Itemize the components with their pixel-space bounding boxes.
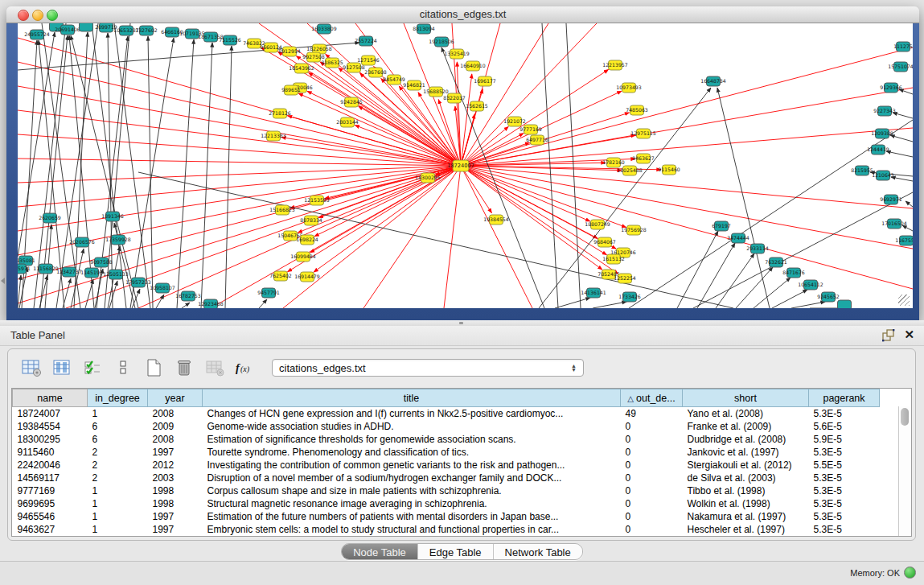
table-cell[interactable]: 5.5E-5 <box>809 459 880 472</box>
table-cell[interactable]: 1 <box>88 484 148 497</box>
table-cell[interactable]: Tourette syndrome. Phenomenology and cla… <box>203 446 621 459</box>
table-cell[interactable]: 0 <box>621 459 683 472</box>
table-row[interactable]: 969969511998Structural magnetic resonanc… <box>13 497 880 510</box>
table-cell[interactable]: Investigating the contribution of common… <box>203 459 621 472</box>
table-cell[interactable]: Dudbridge et al. (2008) <box>683 433 809 446</box>
table-cell[interactable]: 1 <box>88 497 148 510</box>
table-cell[interactable]: 2008 <box>148 433 203 446</box>
table-cell[interactable]: Changes of HCN gene expression and I(f) … <box>203 407 621 421</box>
function-builder-icon[interactable]: f(x) <box>233 356 257 379</box>
import-table-icon[interactable] <box>203 356 227 379</box>
teal-node[interactable] <box>838 300 852 308</box>
table-cell[interactable]: 1 <box>88 510 148 523</box>
table-cell[interactable]: Yano et al. (2008) <box>683 407 809 421</box>
table-row[interactable]: 2242004622012Investigating the contribut… <box>13 459 880 472</box>
row-select-icon[interactable] <box>80 356 105 379</box>
teal-node[interactable] <box>80 23 93 31</box>
table-cell[interactable]: 9777169 <box>13 484 88 497</box>
table-cell[interactable]: 0 <box>621 484 683 497</box>
table-cell[interactable]: 9463627 <box>13 523 88 536</box>
panel-collapse-arrow[interactable] <box>1 278 5 284</box>
table-cell[interactable]: 1 <box>88 523 148 536</box>
scrollbar-thumb[interactable] <box>901 408 909 426</box>
table-cell[interactable]: 0 <box>621 497 683 510</box>
table-cell[interactable]: 5.3E-5 <box>809 510 880 523</box>
table-cell[interactable]: 2 <box>88 472 148 484</box>
column-header-pagerank[interactable]: pagerank <box>809 389 880 407</box>
table-cell[interactable]: 5.6E-5 <box>809 420 880 433</box>
table-cell[interactable]: 5.3E-5 <box>809 523 880 536</box>
table-cell[interactable]: Nakamura et al. (1997) <box>683 510 809 523</box>
table-cell[interactable]: Embryonic stem cells: a model to study s… <box>203 523 621 536</box>
table-selector-dropdown[interactable]: citations_edges.txt▲▼ <box>272 359 584 377</box>
table-cell[interactable]: 0 <box>621 446 683 459</box>
table-cell[interactable]: 5.9E-5 <box>809 433 880 446</box>
network-graph[interactable]: 2495572420691406209971910653287132760264… <box>18 23 913 308</box>
table-row[interactable]: 1830029562008Estimation of significance … <box>13 433 880 446</box>
table-cell[interactable]: 0 <box>621 472 683 484</box>
table-cell[interactable]: 0 <box>621 523 683 536</box>
table-settings-icon[interactable] <box>19 356 43 379</box>
tab-network-table[interactable]: Network Table <box>493 544 582 559</box>
close-panel-icon[interactable]: ✕ <box>904 328 914 342</box>
table-cell[interactable]: 6 <box>88 420 148 433</box>
table-cell[interactable]: 14569117 <box>13 472 88 484</box>
table-cell[interactable]: 6 <box>88 433 148 446</box>
table-row[interactable]: 1456911722003Disruption of a novel membe… <box>13 472 880 484</box>
table-cell[interactable]: Disruption of a novel member of a sodium… <box>203 472 621 484</box>
table-cell[interactable]: 5.3E-5 <box>809 446 880 459</box>
column-header-name[interactable]: name <box>13 389 88 407</box>
node-table[interactable]: namein_degreeyeartitle△out_de...shortpag… <box>12 389 880 536</box>
table-cell[interactable]: 0 <box>621 433 683 446</box>
memory-status-indicator[interactable] <box>904 566 916 579</box>
table-row[interactable]: 946362711997Embryonic stem cells: a mode… <box>13 523 880 536</box>
table-cell[interactable]: Genome-wide association studies in ADHD. <box>203 420 621 433</box>
table-cell[interactable]: 19384554 <box>13 420 88 433</box>
table-cell[interactable]: 0 <box>621 420 683 433</box>
table-cell[interactable]: 2009 <box>148 420 203 433</box>
table-cell[interactable]: 2012 <box>148 459 203 472</box>
column-header-in_degree[interactable]: in_degree <box>88 389 148 407</box>
table-row[interactable]: 1872400712008Changes of HCN gene express… <box>13 407 880 421</box>
table-row[interactable]: 946554611997Estimation of the future num… <box>13 510 880 523</box>
table-cell[interactable]: Corpus callosum shape and size in male p… <box>203 484 621 497</box>
table-cell[interactable]: Hescheler et al. (1997) <box>683 523 809 536</box>
row-height-icon[interactable] <box>111 356 135 379</box>
table-cell[interactable]: 5.3E-5 <box>809 497 880 510</box>
table-cell[interactable]: 1998 <box>148 484 203 497</box>
table-cell[interactable]: 9115460 <box>13 446 88 459</box>
tab-node-table[interactable]: Node Table <box>342 544 417 559</box>
table-cell[interactable]: Tibbo et al. (1998) <box>683 484 809 497</box>
table-cell[interactable]: Stergiakouli et al. (2012) <box>683 459 809 472</box>
table-cell[interactable]: 1997 <box>148 523 203 536</box>
table-cell[interactable]: 22420046 <box>13 459 88 472</box>
table-cell[interactable]: 1997 <box>148 446 203 459</box>
table-cell[interactable]: de Silva et al. (2003) <box>683 472 809 484</box>
table-cell[interactable]: 18300295 <box>13 433 88 446</box>
table-cell[interactable]: 2 <box>88 446 148 459</box>
table-cell[interactable]: Estimation of significance thresholds fo… <box>203 433 621 446</box>
resize-grip[interactable] <box>898 295 910 306</box>
column-header-title[interactable]: title <box>203 389 621 407</box>
table-cell[interactable]: Structural magnetic resonance image aver… <box>203 497 621 510</box>
table-scrollbar[interactable] <box>898 406 911 536</box>
panel-splitter[interactable] <box>0 320 924 326</box>
table-cell[interactable]: 5.3E-5 <box>809 407 880 421</box>
delete-table-icon[interactable] <box>172 356 196 379</box>
new-table-icon[interactable] <box>142 356 166 379</box>
table-cell[interactable]: 18724007 <box>13 407 88 421</box>
table-cell[interactable]: Jankovic et al. (1997) <box>683 446 809 459</box>
table-row[interactable]: 977716911998Corpus callosum shape and si… <box>13 484 880 497</box>
table-cell[interactable]: Wolkin et al. (1998) <box>683 497 809 510</box>
column-header-short[interactable]: short <box>683 389 809 407</box>
table-cell[interactable]: 1998 <box>148 497 203 510</box>
table-cell[interactable]: 0 <box>621 510 683 523</box>
table-cell[interactable]: Franke et al. (2009) <box>683 420 809 433</box>
table-cell[interactable]: 2008 <box>148 407 203 421</box>
table-cell[interactable]: 2003 <box>148 472 203 484</box>
column-visibility-icon[interactable] <box>50 356 74 379</box>
tab-edge-table[interactable]: Edge Table <box>417 544 493 559</box>
table-cell[interactable]: 1997 <box>148 510 203 523</box>
float-panel-icon[interactable] <box>882 329 895 342</box>
table-cell[interactable]: 5.3E-5 <box>809 472 880 484</box>
